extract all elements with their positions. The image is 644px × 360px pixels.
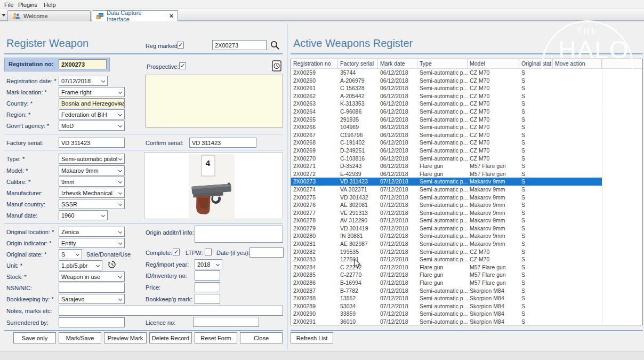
table-row[interactable]: 2X00287B-778207/12/2018Semi-automatic p.…: [291, 287, 602, 295]
table-cell: 35744: [338, 69, 378, 77]
unit-select[interactable]: 1.pb/5.pbr: [59, 260, 102, 270]
column-header[interactable]: Original stat: [519, 59, 553, 68]
date-if-yes-input[interactable]: [249, 247, 284, 258]
table-row[interactable]: 2X00268C-19140206/12/2018Semi-automatic …: [291, 139, 602, 147]
bookkeep-mark-input[interactable]: [195, 294, 220, 304]
calibre-select[interactable]: 9mm: [59, 177, 125, 187]
surrendered-by-input[interactable]: [59, 317, 125, 327]
manuf-country-select[interactable]: SSSR: [59, 199, 125, 209]
history-icon[interactable]: [108, 260, 116, 269]
table-row[interactable]: 2X00267C19679606/12/2018Semi-automatic p…: [291, 131, 602, 139]
govnt-agency-select[interactable]: MoD: [59, 121, 125, 131]
table-row[interactable]: 2X00270C-10381606/12/2018Semi-automatic …: [291, 155, 602, 163]
table-row[interactable]: 2X0026529193506/12/2018Semi-automatic p.…: [291, 116, 602, 124]
ltpw-checkbox[interactable]: [205, 249, 212, 255]
table-row[interactable]: 2X00262A-20544206/12/2018Semi-automatic …: [291, 92, 602, 100]
menu-plugins[interactable]: Plugins: [16, 1, 39, 9]
table-row[interactable]: 2X0028219953507/12/2018Semi-automatic p.…: [291, 248, 602, 256]
origin-indicator-select[interactable]: Entity: [59, 238, 125, 248]
table-row[interactable]: 2X00263K-31335306/12/2018Semi-automatic …: [291, 100, 602, 108]
manuf-date-select[interactable]: 1960: [59, 210, 108, 220]
table-row[interactable]: 2X00286B-1699407/12/2018Flare gunM57 Fla…: [291, 279, 602, 287]
search-input[interactable]: 2X00273: [212, 40, 267, 50]
bookkeeping-by-select[interactable]: Sarajevo: [59, 294, 125, 304]
table-row[interactable]: 2X00274VA 30237107/12/2018Semi-automatic…: [291, 186, 602, 194]
complete-checkbox[interactable]: ✓: [173, 249, 180, 255]
country-select[interactable]: Bosnia and Herzegovina: [59, 98, 125, 108]
buttons-divider: [4, 330, 283, 331]
table-row[interactable]: 2X002593574406/12/2018Semi-automatic p..…: [291, 69, 602, 77]
reg-import-year-select[interactable]: 2018: [195, 259, 222, 269]
table-row[interactable]: 2X002881355207/12/2018Semi-automatic p..…: [291, 294, 602, 302]
table-row[interactable]: 2X00261C 15632806/12/2018Semi-automatic …: [291, 84, 602, 92]
reg-marked-checkbox[interactable]: ✓: [177, 42, 184, 49]
table-row[interactable]: 2X00272E-4293906/12/2018Flare gunM57 Fla…: [291, 170, 602, 178]
table-cell: A-206979: [338, 77, 378, 85]
table-row[interactable]: 2X00276AE 30208107/12/2018Semi-automatic…: [291, 201, 602, 209]
column-header[interactable]: Model: [468, 59, 519, 68]
table-row[interactable]: 2X002903385907/12/2018Semi-automatic p..…: [291, 310, 602, 318]
column-header[interactable]: Mark date: [378, 59, 417, 68]
prospective-checkbox[interactable]: ✓: [179, 62, 186, 69]
table-cell: 2X00283: [291, 255, 338, 263]
column-header[interactable]: Type: [417, 59, 468, 68]
search-icon[interactable]: [270, 40, 280, 50]
preview-mark-button[interactable]: Preview Mark: [104, 332, 147, 343]
tab-welcome[interactable]: Welcome: [7, 10, 91, 21]
registration-date-select[interactable]: 07/12/2018: [59, 76, 108, 86]
nsn-nic-input[interactable]: [59, 283, 125, 293]
remarks-textarea[interactable]: [146, 75, 283, 127]
original-location-select[interactable]: Zenica: [59, 227, 125, 237]
manufacturer-select[interactable]: Izhevsk Mechanical: [59, 188, 125, 198]
table-row[interactable]: 2X0028312750107/12/2018Semi-automatic p.…: [291, 255, 602, 263]
factory-serial-input[interactable]: VD 311423: [59, 138, 125, 148]
table-row[interactable]: 2X00281AE 30298707/12/2018Semi-automatic…: [291, 240, 602, 248]
table-row[interactable]: 2X00269D-24925106/12/2018Semi-automatic …: [291, 147, 602, 155]
table-cell: Semi-automatic p...: [417, 139, 468, 147]
licence-no-input[interactable]: [193, 317, 259, 327]
delete-record-button[interactable]: Delete Record: [149, 332, 192, 343]
table-row[interactable]: 2X00260A-20697906/12/2018Semi-automatic …: [291, 77, 602, 85]
table-row[interactable]: 2X00273VD 31142307/12/2018Semi-automatic…: [291, 178, 602, 186]
notes-input[interactable]: [59, 306, 283, 316]
document-clock-icon[interactable]: [272, 60, 281, 71]
table-row[interactable]: 2X00280IN 3088107/12/2018Semi-automatic …: [291, 232, 602, 240]
confirm-serial-input[interactable]: VD 311423: [189, 138, 256, 148]
mark-location-select[interactable]: Frame right: [59, 87, 125, 97]
table-row[interactable]: 2X00279VD 30141907/12/2018Semi-automatic…: [291, 225, 602, 233]
column-header[interactable]: Move action: [553, 59, 602, 68]
registration-no-input[interactable]: 2X00273: [59, 59, 107, 69]
save-only-button[interactable]: Save only: [13, 332, 56, 343]
table-row[interactable]: 2X00278AV 31229007/12/2018Semi-automatic…: [291, 217, 602, 225]
table-row[interactable]: 2X00277VE 29131307/12/2018Semi-automatic…: [291, 209, 602, 217]
id-inventory-input[interactable]: [195, 270, 220, 281]
menu-help[interactable]: Help: [42, 1, 58, 9]
close-button[interactable]: Close: [240, 332, 283, 343]
table-row[interactable]: 2X00271D-3524306/12/2018Flare gunM57 Fla…: [291, 162, 602, 170]
tab-list-dropdown-icon[interactable]: [2, 14, 6, 17]
mark-save-button[interactable]: Mark/Save: [59, 332, 101, 343]
price-input[interactable]: [195, 282, 220, 292]
table-row[interactable]: 2X002913601007/12/2018Semi-automatic p..…: [291, 318, 602, 326]
table-row[interactable]: 2X00264C-9608606/12/2018Semi-automatic p…: [291, 108, 602, 116]
table-row[interactable]: 2X00275VD 30143207/12/2018Semi-automatic…: [291, 194, 602, 202]
type-select[interactable]: Semi-automatic pistol: [59, 154, 125, 164]
table-row[interactable]: 2X00284C-2224207/12/2018Flare gunM57 Fla…: [291, 263, 602, 271]
stock-select[interactable]: Weapon in use: [59, 271, 125, 282]
reset-form-button[interactable]: Reset Form: [195, 332, 237, 343]
refresh-list-button[interactable]: Refresh List: [291, 332, 333, 343]
original-state-select[interactable]: S: [59, 249, 82, 259]
halo-logo-line1: THE: [542, 27, 633, 36]
region-select[interactable]: Federation of BiH: [59, 109, 125, 119]
table-row[interactable]: 2X0026610496906/12/2018Semi-automatic p.…: [291, 123, 602, 131]
origin-addl-info-input[interactable]: [195, 226, 283, 243]
column-header[interactable]: Registration no: [291, 59, 338, 68]
model-select[interactable]: Makarov 9mm: [59, 165, 125, 175]
column-header[interactable]: Factory serial: [338, 59, 378, 68]
close-icon[interactable]: ×: [170, 12, 173, 20]
tab-data-capture-interface[interactable]: Data Capture Interface ×: [92, 10, 178, 21]
table-row[interactable]: 2X002895303407/12/2018Semi-automatic p..…: [291, 302, 602, 310]
table-row[interactable]: 2X00285C-2277007/12/2018Flare gunM57 Fla…: [291, 271, 602, 279]
table-cell: 07/12/2018: [378, 302, 417, 310]
menu-file[interactable]: File: [2, 1, 16, 9]
